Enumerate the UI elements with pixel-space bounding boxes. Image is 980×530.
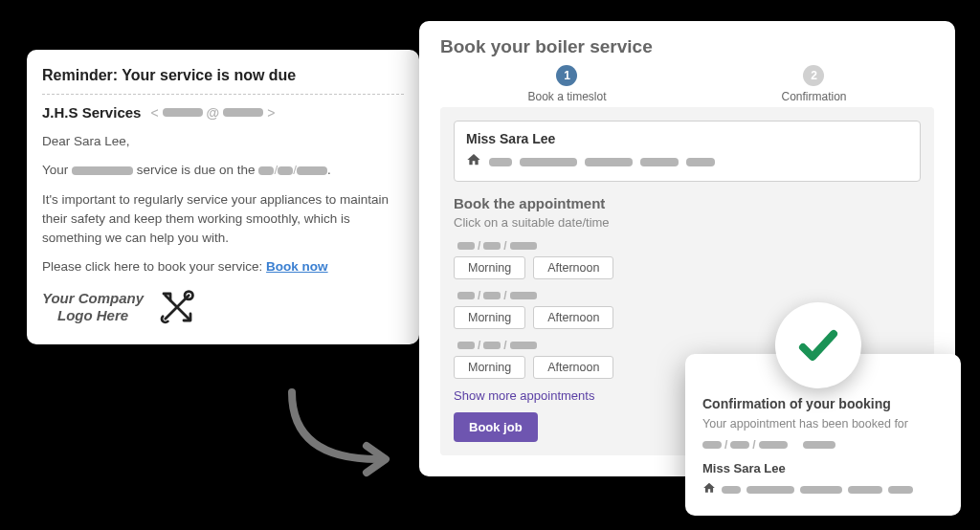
customer-card: Miss Sara Lee <box>454 121 921 182</box>
step-2: 2 Confirmation <box>781 65 846 103</box>
step-1-circle: 1 <box>556 65 577 86</box>
email-subject: Reminder: Your service is now due <box>42 67 404 84</box>
customer-name: Miss Sara Lee <box>466 131 908 146</box>
company-logo-placeholder: Your Company Logo Here <box>42 287 404 327</box>
slot-group: // Morning Afternoon <box>454 239 921 279</box>
confirmation-sub: Your appointment has been booked for <box>702 417 944 431</box>
slot-afternoon-button[interactable]: Afternoon <box>533 356 613 379</box>
confirmation-address <box>702 481 944 498</box>
email-card: Reminder: Your service is now due J.H.S … <box>27 50 419 344</box>
book-appointment-title: Book the appointment <box>454 195 921 211</box>
stepper: 1 Book a timeslot 2 Confirmation <box>440 65 934 103</box>
home-icon <box>702 481 716 498</box>
confirmation-name: Miss Sara Lee <box>702 461 944 475</box>
home-icon <box>466 152 481 171</box>
slot-date: // <box>454 239 921 253</box>
email-body: Dear Sara Lee, Your service is due on th… <box>42 132 404 277</box>
slot-morning-button[interactable]: Morning <box>454 356 525 379</box>
slot-afternoon-button[interactable]: Afternoon <box>533 306 613 329</box>
email-detail: It's important to regularly service your… <box>42 190 404 249</box>
confirmation-date: // <box>702 438 944 452</box>
email-from: J.H.S Services < @ > <box>42 104 404 121</box>
confirmation-title: Confirmation of your booking <box>702 396 944 411</box>
flow-arrow-icon <box>273 383 407 482</box>
email-greeting: Dear Sara Lee, <box>42 132 404 151</box>
book-now-link[interactable]: Book now <box>266 259 328 274</box>
customer-address <box>466 152 908 171</box>
from-address: < @ > <box>150 105 275 121</box>
from-name: J.H.S Services <box>42 104 141 121</box>
book-appointment-sub: Click on a suitable date/time <box>454 215 921 230</box>
step-1: 1 Book a timeslot <box>527 65 606 103</box>
book-job-button[interactable]: Book job <box>454 412 538 442</box>
slot-date: // <box>454 289 921 302</box>
slot-morning-button[interactable]: Morning <box>454 256 525 279</box>
step-2-circle: 2 <box>803 65 824 86</box>
email-cta: Please click here to book your service: … <box>42 257 404 276</box>
booking-title: Book your boiler service <box>440 36 934 57</box>
tools-icon <box>157 287 197 327</box>
slot-morning-button[interactable]: Morning <box>454 306 525 329</box>
email-due-line: Your service is due on the //. <box>42 161 404 180</box>
divider <box>42 94 404 95</box>
success-check-icon <box>775 302 861 388</box>
slot-afternoon-button[interactable]: Afternoon <box>533 256 613 279</box>
